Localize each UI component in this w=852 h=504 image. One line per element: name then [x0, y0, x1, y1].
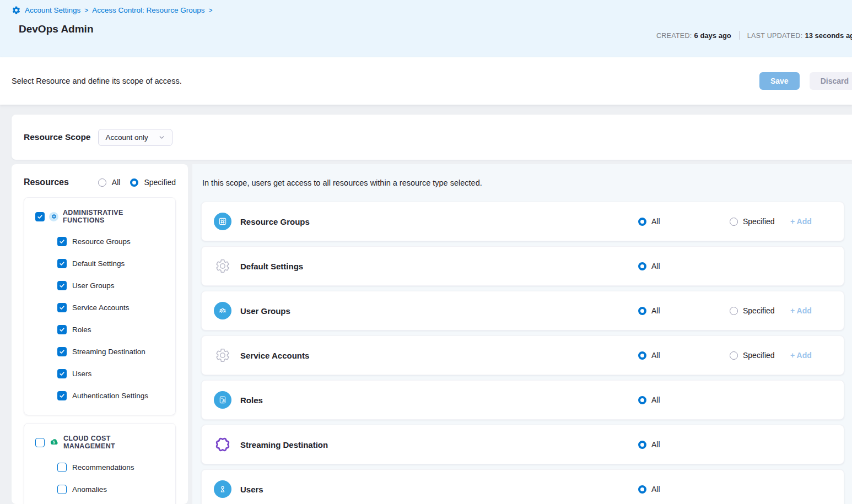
all-radio[interactable] [638, 485, 646, 494]
sidebar-item-roles: Roles [57, 325, 164, 334]
checkbox-roles[interactable] [57, 325, 67, 334]
gear-icon [214, 257, 231, 275]
user-icon [214, 480, 231, 498]
all-radio-label[interactable]: All [651, 351, 660, 360]
roles-icon [214, 391, 231, 409]
checkbox-default-settings[interactable] [57, 259, 67, 268]
streaming-destination-icon [214, 436, 231, 453]
resources-title: Resources [24, 177, 69, 187]
sidebar-item-user-groups: User Groups [57, 281, 164, 290]
actions-toolbar: Select Resource and define its scope of … [0, 57, 852, 105]
resources-specified-radio[interactable] [130, 178, 138, 187]
group-administrative-functions: ADMINISTRATIVE FUNCTIONS Resource Groups… [24, 197, 176, 415]
header-meta: CREATED:6 days ago LAST UPDATED:13 secon… [656, 31, 852, 40]
resource-scope-value: Account only [105, 133, 148, 142]
all-radio-label[interactable]: All [651, 440, 660, 449]
resources-all-radio-label[interactable]: All [112, 178, 121, 187]
created-at: CREATED:6 days ago [656, 31, 731, 40]
specified-radio[interactable] [730, 351, 738, 360]
cloud-dollar-icon: $ [49, 438, 59, 447]
sidebar-item-recommendations: Recommendations [57, 463, 164, 472]
group-label-administrative-functions: ADMINISTRATIVE FUNCTIONS [63, 209, 164, 224]
resource-row-resource-groups: Resource Groups All Specified + Add [201, 202, 844, 241]
group-checkbox-cloud-cost-management[interactable] [35, 438, 45, 447]
add-link[interactable]: + Add [790, 351, 812, 360]
chevron-down-icon [158, 134, 165, 141]
resource-row-streaming-destination: Streaming Destination All [201, 425, 844, 464]
resource-scope-label: Resource Scope [24, 132, 90, 142]
all-radio[interactable] [638, 307, 646, 315]
last-updated: LAST UPDATED:13 seconds ago [747, 31, 852, 40]
add-link[interactable]: + Add [790, 217, 812, 226]
group-checkbox-administrative-functions[interactable] [35, 212, 45, 221]
resources-specified-radio-label[interactable]: Specified [144, 178, 176, 187]
resource-row-default-settings: Default Settings All [201, 246, 844, 286]
row-label: Service Accounts [240, 351, 309, 360]
toolbar-instruction: Select Resource and define its scope of … [12, 77, 182, 85]
checkbox-service-accounts[interactable] [57, 303, 67, 312]
checkbox-resource-groups[interactable] [57, 237, 67, 246]
checkbox-anomalies[interactable] [57, 485, 67, 494]
specified-radio[interactable] [730, 307, 738, 315]
sidebar-item-authentication-settings: Authentication Settings [57, 391, 164, 400]
gear-icon [214, 346, 231, 364]
resource-row-user-groups: User Groups All Specified + Add [201, 291, 844, 330]
row-label: Resource Groups [240, 217, 310, 226]
checkbox-user-groups[interactable] [57, 281, 67, 290]
breadcrumb-separator: > [84, 7, 88, 14]
all-radio-label[interactable]: All [651, 262, 660, 270]
breadcrumb-link-access-control[interactable]: Access Control: Resource Groups [92, 6, 204, 14]
group-label-cloud-cost-management: CLOUD COST MANAGEMENT [63, 435, 164, 450]
breadcrumb-separator: > [208, 7, 212, 14]
all-radio[interactable] [638, 351, 646, 360]
resource-access-list: In this scope, users get access to all r… [192, 164, 852, 504]
resource-scope-select[interactable]: Account only [98, 129, 172, 146]
discard-button[interactable]: Discard [810, 72, 852, 90]
row-label: User Groups [240, 306, 290, 316]
all-radio[interactable] [638, 441, 646, 449]
account-settings-gear-icon [12, 6, 21, 15]
breadcrumb: Account Settings > Access Control: Resou… [12, 6, 840, 15]
sidebar-item-default-settings: Default Settings [57, 259, 164, 268]
resource-row-users: Users All [201, 469, 844, 504]
row-label: Users [240, 485, 263, 494]
all-radio-label[interactable]: All [651, 306, 660, 315]
resource-scope-panel: Resource Scope Account only [12, 115, 852, 160]
sidebar-item-streaming-destination: Streaming Destination [57, 347, 164, 356]
meta-divider [739, 31, 740, 40]
checkbox-streaming-destination[interactable] [57, 347, 67, 356]
all-radio-label[interactable]: All [651, 217, 660, 226]
add-link[interactable]: + Add [790, 306, 812, 315]
page-header: Account Settings > Access Control: Resou… [0, 0, 852, 57]
sidebar-item-anomalies: Anomalies [57, 485, 164, 494]
resource-row-service-accounts: Service Accounts All Specified + Add [201, 335, 844, 375]
row-label: Roles [240, 395, 263, 405]
all-radio[interactable] [638, 218, 646, 226]
sidebar-item-service-accounts: Service Accounts [57, 303, 164, 312]
specified-radio[interactable] [730, 218, 738, 226]
all-radio-label[interactable]: All [651, 395, 660, 404]
specified-radio-label[interactable]: Specified [743, 217, 775, 226]
checkbox-recommendations[interactable] [57, 463, 67, 472]
all-radio[interactable] [638, 396, 646, 404]
resources-all-radio[interactable] [98, 178, 106, 187]
resource-groups-icon [214, 213, 231, 230]
group-cloud-cost-management: $ CLOUD COST MANAGEMENT Recommendations … [24, 423, 176, 504]
row-label: Streaming Destination [240, 440, 328, 449]
specified-radio-label[interactable]: Specified [743, 306, 775, 315]
checkbox-authentication-settings[interactable] [57, 391, 67, 400]
user-groups-icon [214, 302, 231, 319]
resource-row-roles: Roles All [201, 380, 844, 420]
all-radio[interactable] [638, 262, 646, 270]
specified-radio-label[interactable]: Specified [743, 351, 775, 360]
sidebar-item-users: Users [57, 369, 164, 378]
admin-gear-badge-icon [49, 212, 58, 221]
resources-sidebar: Resources All Specified ADMINISTRATIVE F… [12, 164, 188, 504]
breadcrumb-link-account-settings[interactable]: Account Settings [25, 6, 80, 14]
save-button[interactable]: Save [759, 72, 800, 90]
all-radio-label[interactable]: All [651, 485, 660, 494]
scope-note: In this scope, users get access to all r… [202, 178, 844, 187]
checkbox-users[interactable] [57, 369, 67, 378]
row-label: Default Settings [240, 262, 303, 271]
svg-text:$: $ [53, 440, 55, 445]
